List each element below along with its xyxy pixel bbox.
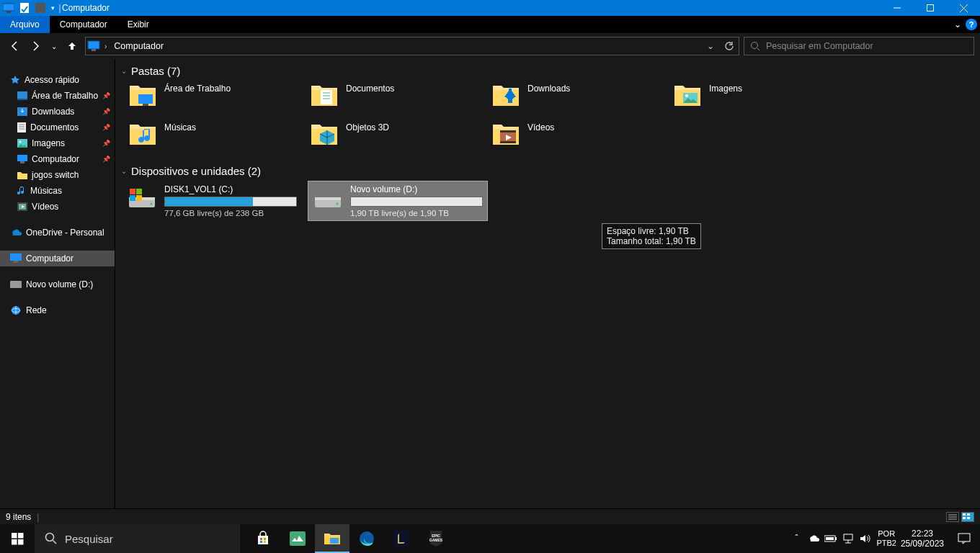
sidebar-pinned-documents[interactable]: Documentos📌 [0,120,115,135]
view-icons-button[interactable] [961,512,974,522]
svg-rect-32 [138,94,153,104]
taskbar-search[interactable]: Pesquisar [35,524,240,553]
folder-icon [491,81,520,107]
pin-icon: 📌 [102,92,110,99]
svg-rect-21 [17,155,27,161]
sidebar-pinned-desktop[interactable]: Área de Trabalho📌 [0,88,115,104]
desktop-icon [17,91,27,100]
svg-rect-22 [20,161,24,163]
group-header-label: Pastas (7) [131,65,180,77]
folder-item[interactable]: Vídeos [491,120,673,146]
folder-icon [128,120,157,146]
qat-properties-icon[interactable] [17,0,32,16]
documents-icon [17,122,26,132]
pin-icon: 📌 [102,108,110,115]
address-bar[interactable]: › Computador ⌄ [85,37,739,55]
sidebar-onedrive[interactable]: OneDrive - Personal [0,225,115,240]
folder-item[interactable]: Músicas [128,120,310,146]
search-input[interactable]: Pesquisar em Computador [744,37,974,55]
help-icon[interactable]: ? [966,19,977,30]
svg-rect-56 [963,513,966,516]
taskbar-store[interactable] [246,524,280,553]
taskbar-edge[interactable] [349,524,384,553]
maximize-button[interactable] [914,0,947,16]
status-bar: 9 itens | [0,508,980,524]
drive-item[interactable]: Novo volume (D:) 1,90 TB livre(s) de 1,9… [308,181,487,220]
address-dropdown-icon[interactable]: ⌄ [701,41,720,51]
taskbar-lol[interactable] [384,524,419,553]
lang-line: POR [876,529,896,539]
chevron-down-icon: ⌄ [121,167,127,175]
refresh-button[interactable] [720,41,739,51]
sidebar-item-label: Área de Trabalho [32,91,98,101]
svg-point-39 [685,94,688,97]
folder-icon [673,81,702,107]
tray-network-icon[interactable] [842,534,855,544]
group-folders[interactable]: ⌄ Pastas (7) [115,59,980,81]
up-button[interactable] [63,37,81,55]
folder-label: Área de Trabalho [164,84,231,94]
taskbar-file-explorer[interactable] [315,524,349,553]
start-button[interactable] [0,524,35,553]
tray-volume-icon[interactable] [859,534,872,544]
view-details-button[interactable] [946,512,959,522]
sidebar-pinned-images[interactable]: Imagens📌 [0,135,115,151]
sidebar-pinned-videos[interactable]: Vídeos [0,199,115,215]
folder-item[interactable]: Imagens [673,81,855,107]
sidebar-new-volume[interactable]: Novo volume (D:) [0,276,115,292]
tray-clock[interactable]: 22:23 25/09/2023 [901,529,945,549]
ribbon-collapse-icon[interactable]: ⌄ [954,19,961,30]
tray-battery-icon[interactable] [824,534,837,543]
sidebar-pinned-computer[interactable]: Computador📌 [0,151,115,167]
tray-chevron-up-icon[interactable]: ˆ [790,534,803,544]
sidebar-pinned-music[interactable]: Músicas [0,183,115,199]
folder-item[interactable]: Objetos 3D [310,120,491,146]
sidebar-pinned-jogos[interactable]: jogos switch [0,167,115,183]
breadcrumb-sep-icon[interactable]: › [102,42,110,50]
minimize-button[interactable] [881,0,914,16]
network-icon [10,305,22,315]
tab-computer[interactable]: Computador [50,16,117,33]
folder-item[interactable]: Downloads [491,81,673,107]
qat-newfolder-icon[interactable] [33,0,48,16]
svg-rect-13 [17,99,27,100]
sidebar-item-label: Acesso rápido [24,75,79,85]
drive-item[interactable]: DISK1_VOL1 (C:) 77,6 GB livre(s) de 238 … [122,181,301,220]
folder-icon [128,81,157,107]
drive-freespace: 77,6 GB livre(s) de 238 GB [164,209,297,217]
svg-rect-8 [88,41,99,49]
drive-usage-bar [350,197,483,207]
tooltip-line: Tamanho total: 1,90 TB [607,236,696,246]
tray-onedrive-icon[interactable] [807,534,820,543]
taskbar-app-1[interactable] [280,524,315,553]
drive-freespace: 1,90 TB livre(s) de 1,90 TB [350,209,483,217]
drive-icon [10,281,22,288]
sidebar-network[interactable]: Rede [0,302,115,318]
svg-rect-48 [130,195,135,201]
back-button[interactable] [6,37,23,55]
tray-notifications[interactable] [950,524,979,553]
svg-rect-51 [315,197,341,200]
svg-rect-58 [963,517,966,519]
qat-dropdown-icon[interactable]: ▾ [49,0,56,16]
sidebar-quick-access[interactable]: Acesso rápido [0,72,115,88]
sidebar-this-pc[interactable]: Computador [0,251,115,266]
sidebar-pinned-downloads[interactable]: Downloads📌 [0,104,115,120]
folder-item[interactable]: Documentos [310,81,491,107]
folder-label: Vídeos [527,122,554,132]
close-button[interactable] [947,0,980,16]
tab-file[interactable]: Arquivo [0,16,50,33]
computer-icon [17,155,27,163]
taskbar-epic[interactable]: EPICGAMES [419,524,453,553]
forward-button[interactable] [27,37,45,55]
computer-icon [10,253,22,264]
group-devices[interactable]: ⌄ Dispositivos e unidades (2) [115,159,980,181]
tab-view[interactable]: Exibir [117,16,159,33]
recent-locations-button[interactable]: ⌄ [49,37,59,55]
breadcrumb[interactable]: Computador [110,41,168,51]
folder-item[interactable]: Área de Trabalho [128,81,310,107]
tray-language[interactable]: POR PTB2 [876,529,896,548]
pin-icon: 📌 [102,140,110,147]
svg-point-45 [151,203,153,205]
lang-line: PTB2 [876,539,896,548]
